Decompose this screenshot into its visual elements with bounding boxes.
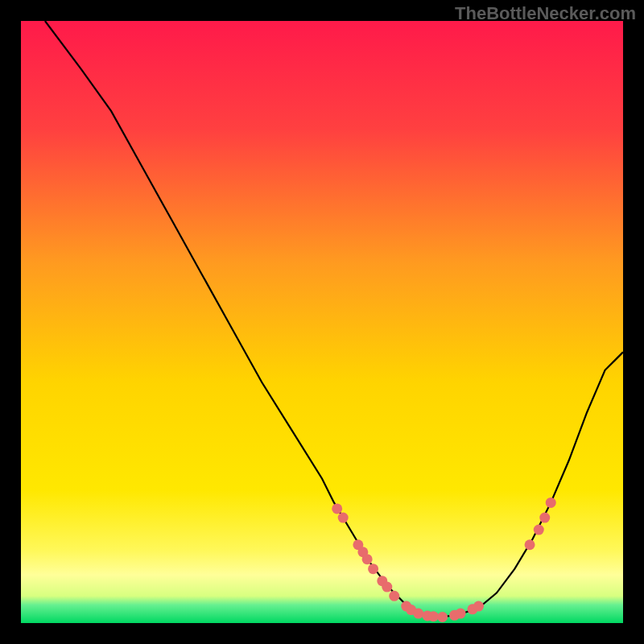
data-marker [525,539,535,550]
data-marker [389,591,399,601]
data-marker [437,612,448,622]
chart-container: TheBottleNecker.com [0,0,644,644]
data-marker [546,497,556,508]
data-marker [368,564,378,574]
chart-svg [21,21,623,623]
plot-area [21,21,623,623]
data-marker [382,582,392,592]
data-marker [338,513,349,523]
watermark-text: TheBottleNecker.com [455,3,636,24]
data-marker [539,513,550,523]
data-marker [332,503,342,514]
data-marker [456,609,466,619]
data-marker [534,525,544,535]
data-marker [413,609,423,619]
data-marker [428,611,439,621]
data-marker [473,601,484,612]
data-marker [362,554,373,564]
